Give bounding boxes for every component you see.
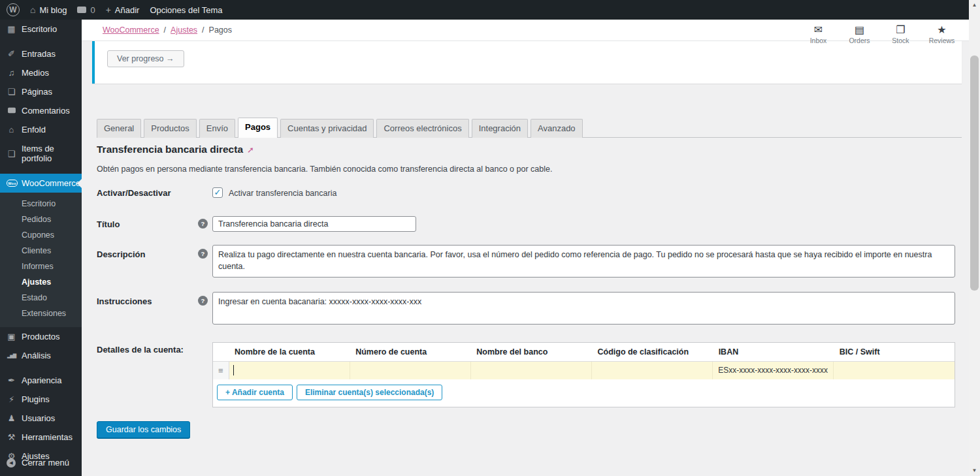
sidebar-item-comentarios[interactable]: Comentarios (0, 101, 82, 120)
wc-admin-header: WooCommerce / Ajustes / Pagos ✉ Inbox ▤ … (82, 20, 969, 41)
sidebar-item-usuarios[interactable]: ♟ Usuarios (0, 409, 82, 428)
description-textarea[interactable] (212, 245, 955, 278)
tab-integracion[interactable]: Integración (472, 119, 528, 138)
admin-sidebar: ▦ Escritorio ✐ Entradas ♫ Medios ❏ Págin… (0, 20, 82, 476)
orders-note-icon: ▤ (855, 25, 864, 35)
media-icon: ♫ (7, 68, 16, 78)
description-label: Descripción (97, 249, 208, 259)
theme-options-menu[interactable]: Opciones del Tema (150, 5, 222, 15)
sidebar-item-label: Páginas (22, 87, 52, 97)
tab-envio[interactable]: Envío (199, 119, 235, 138)
submenu-item-extensiones[interactable]: Extensiones (0, 306, 82, 321)
sort-code-cell[interactable] (591, 362, 712, 379)
sidebar-item-herramientas[interactable]: ⚒ Herramientas (0, 428, 82, 447)
breadcrumb-woocommerce-link[interactable]: WooCommerce (103, 25, 159, 35)
submenu-item-estado[interactable]: Estado (0, 290, 82, 306)
account-number-cell[interactable] (350, 362, 470, 379)
new-content-menu[interactable]: + Añadir (106, 5, 140, 15)
sidebar-item-plugins[interactable]: ⚡ Plugins (0, 390, 82, 409)
iban-cell[interactable]: ESxx-xxxx-xxxx-xxxx-xxxx-xxxx (713, 362, 834, 379)
submenu-item-escritorio[interactable]: Escritorio (0, 196, 82, 212)
sidebar-item-woocommerce[interactable]: Woo WooCommerce (0, 174, 82, 193)
enable-checkbox[interactable]: ✓ (212, 187, 223, 198)
breadcrumb-separator: / (164, 25, 166, 35)
enable-checkbox-label[interactable]: Activar transferencia bancaria (229, 189, 336, 198)
tab-productos[interactable]: Productos (144, 119, 197, 138)
save-changes-button[interactable]: Guardar los cambios (97, 421, 190, 438)
menu-separator (0, 168, 82, 174)
instructions-textarea[interactable] (212, 292, 955, 325)
collapse-menu-button[interactable]: ◀ Cerrar menú (0, 453, 82, 472)
scrollbar-thumb[interactable] (970, 56, 979, 291)
sidebar-item-analisis[interactable]: ▂▅▇ Análisis (0, 346, 82, 365)
products-box-icon: ▣ (7, 332, 16, 341)
theme-options-label: Opciones del Tema (150, 5, 222, 15)
add-account-button[interactable]: + Añadir cuenta (217, 385, 293, 400)
delete-accounts-button[interactable]: Eliminar cuenta(s) seleccionada(s) (297, 385, 442, 400)
tab-pagos[interactable]: Pagos (238, 118, 278, 138)
reviews-star-icon: ★ (937, 25, 946, 35)
activity-inbox-button[interactable]: ✉ Inbox (798, 25, 839, 44)
bic-cell[interactable] (834, 362, 955, 379)
sidebar-item-paginas[interactable]: ❏ Páginas (0, 82, 82, 101)
sidebar-item-escritorio[interactable]: ▦ Escritorio (0, 20, 82, 39)
back-link-icon[interactable]: ➚ (247, 145, 254, 155)
sidebar-item-entradas[interactable]: ✐ Entradas (0, 44, 82, 63)
activity-label: Stock (892, 37, 909, 44)
bank-name-cell[interactable] (470, 362, 591, 379)
account-details-widget: Nombre de la cuenta Número de cuenta Nom… (212, 342, 955, 407)
view-progress-button[interactable]: Ver progreso → (107, 50, 184, 67)
site-name-link[interactable]: ⌂ Mi blog (30, 5, 67, 15)
column-header-bic: BIC / Swift (834, 343, 955, 362)
sidebar-item-label: Apariencia (22, 375, 61, 385)
sidebar-item-enfold[interactable]: ⌂ Enfold (0, 120, 82, 139)
section-description: Obtén pagos en persona mediante transfer… (97, 165, 552, 174)
home-icon: ⌂ (30, 5, 35, 14)
scroll-up-arrow-icon[interactable]: ▲ (969, 0, 980, 10)
section-title-text: Transferencia bancaria directa (97, 144, 243, 155)
sidebar-item-productos[interactable]: ▣ Productos (0, 327, 82, 346)
sidebar-item-label: Entradas (22, 49, 56, 59)
tab-avanzado[interactable]: Avanzado (531, 119, 583, 138)
help-icon[interactable]: ? (198, 219, 208, 229)
activity-stock-button[interactable]: ❐ Stock (880, 25, 921, 44)
tab-general[interactable]: General (97, 119, 141, 138)
sidebar-item-medios[interactable]: ♫ Medios (0, 63, 82, 82)
menu-separator (0, 39, 82, 44)
scroll-down-arrow-icon[interactable]: ▼ (969, 466, 980, 476)
help-icon[interactable]: ? (198, 296, 208, 306)
activity-panel: ✉ Inbox ▤ Orders ❐ Stock ★ Reviews (798, 25, 962, 44)
sidebar-item-portfolio[interactable]: ❑ Items de portfolio (0, 139, 82, 168)
sidebar-item-label: Usuarios (22, 413, 55, 423)
account-actions: + Añadir cuenta Eliminar cuenta(s) selec… (213, 379, 955, 407)
settings-tabs: General Productos Envío Pagos Cuentas y … (97, 118, 962, 138)
account-row: ≡ ESxx-xxxx-xxxx-xxxx-xxxx-xxxx (213, 362, 955, 379)
drag-handle[interactable]: ≡ (213, 362, 229, 379)
submenu-item-ajustes[interactable]: Ajustes (0, 274, 82, 290)
tab-correos[interactable]: Correos electrónicos (376, 119, 468, 138)
title-input[interactable] (212, 216, 416, 232)
activity-orders-button[interactable]: ▤ Orders (839, 25, 880, 44)
submenu-item-clientes[interactable]: Clientes (0, 243, 82, 259)
submenu-item-cupones[interactable]: Cupones (0, 227, 82, 243)
setup-notice: Ver progreso → (92, 41, 962, 84)
woocommerce-icon: Woo (7, 180, 16, 187)
activity-reviews-button[interactable]: ★ Reviews (921, 25, 962, 44)
help-icon[interactable]: ? (198, 249, 208, 259)
account-name-cell[interactable] (229, 362, 350, 379)
bar-chart-icon: ▂▅▇ (7, 353, 16, 358)
comments-icon (7, 106, 16, 116)
wordpress-admin: W ⌂ Mi blog 0 + Añadir Opciones del Tema… (0, 0, 980, 476)
tab-cuentas-privacidad[interactable]: Cuentas y privacidad (280, 119, 374, 138)
submenu-item-pedidos[interactable]: Pedidos (0, 212, 82, 227)
sort-column-header (213, 343, 229, 362)
page-scrollbar[interactable]: ▲ ▼ (969, 0, 980, 476)
submenu-item-informes[interactable]: Informes (0, 259, 82, 274)
sidebar-item-label: Productos (22, 332, 60, 341)
sidebar-item-apariencia[interactable]: ✒ Apariencia (0, 371, 82, 390)
breadcrumb-ajustes-link[interactable]: Ajustes (171, 25, 197, 35)
pushpin-icon: ✐ (7, 49, 16, 59)
wordpress-logo-icon[interactable]: W (7, 3, 20, 16)
sidebar-item-label: Plugins (22, 394, 50, 404)
comments-shortcut[interactable]: 0 (77, 5, 95, 15)
